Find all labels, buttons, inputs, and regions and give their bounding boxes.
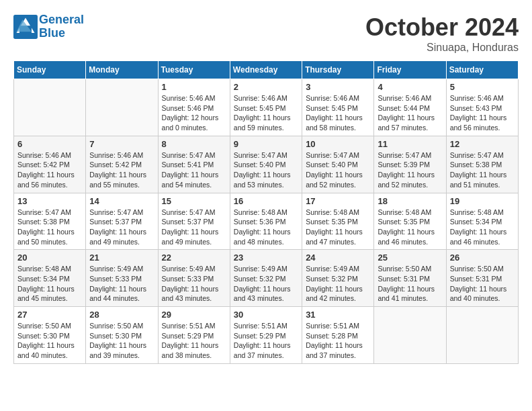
day-number: 30 xyxy=(234,310,298,320)
day-number: 16 xyxy=(234,196,298,206)
day-number: 24 xyxy=(306,253,370,263)
calendar-cell: 23Sunrise: 5:49 AM Sunset: 5:32 PM Dayli… xyxy=(230,250,302,307)
calendar-header-sunday: Sunday xyxy=(14,61,86,79)
calendar-cell: 16Sunrise: 5:48 AM Sunset: 5:36 PM Dayli… xyxy=(230,193,302,250)
day-info: Sunrise: 5:46 AM Sunset: 5:43 PM Dayligh… xyxy=(450,93,515,133)
calendar-cell: 9Sunrise: 5:47 AM Sunset: 5:40 PM Daylig… xyxy=(230,136,302,193)
calendar-cell: 12Sunrise: 5:47 AM Sunset: 5:38 PM Dayli… xyxy=(446,136,518,193)
calendar-cell: 25Sunrise: 5:50 AM Sunset: 5:31 PM Dayli… xyxy=(374,250,446,307)
day-info: Sunrise: 5:49 AM Sunset: 5:32 PM Dayligh… xyxy=(234,264,298,304)
calendar-cell: 18Sunrise: 5:48 AM Sunset: 5:35 PM Dayli… xyxy=(374,193,446,250)
location-title: Sinuapa, Honduras xyxy=(365,42,519,54)
day-info: Sunrise: 5:48 AM Sunset: 5:35 PM Dayligh… xyxy=(378,208,442,247)
calendar-cell: 17Sunrise: 5:48 AM Sunset: 5:35 PM Dayli… xyxy=(302,193,374,250)
day-info: Sunrise: 5:47 AM Sunset: 5:38 PM Dayligh… xyxy=(17,208,82,247)
day-number: 14 xyxy=(89,196,154,206)
day-number: 23 xyxy=(234,253,298,263)
day-number: 7 xyxy=(89,139,154,149)
calendar-cell: 26Sunrise: 5:50 AM Sunset: 5:31 PM Dayli… xyxy=(446,250,518,307)
calendar-week-row: 27Sunrise: 5:50 AM Sunset: 5:30 PM Dayli… xyxy=(14,307,519,364)
day-info: Sunrise: 5:51 AM Sunset: 5:29 PM Dayligh… xyxy=(162,321,226,361)
calendar-week-row: 20Sunrise: 5:48 AM Sunset: 5:34 PM Dayli… xyxy=(14,250,519,307)
day-info: Sunrise: 5:46 AM Sunset: 5:42 PM Dayligh… xyxy=(17,150,82,190)
day-number: 19 xyxy=(450,196,515,206)
calendar-cell: 20Sunrise: 5:48 AM Sunset: 5:34 PM Dayli… xyxy=(14,250,86,307)
calendar-cell: 31Sunrise: 5:51 AM Sunset: 5:28 PM Dayli… xyxy=(302,307,374,364)
calendar-cell: 10Sunrise: 5:47 AM Sunset: 5:40 PM Dayli… xyxy=(302,136,374,193)
calendar-cell: 8Sunrise: 5:47 AM Sunset: 5:41 PM Daylig… xyxy=(158,136,230,193)
day-info: Sunrise: 5:47 AM Sunset: 5:40 PM Dayligh… xyxy=(306,150,370,190)
day-number: 8 xyxy=(162,139,226,149)
day-info: Sunrise: 5:50 AM Sunset: 5:31 PM Dayligh… xyxy=(450,264,515,304)
calendar-cell xyxy=(86,79,158,136)
calendar-header-friday: Friday xyxy=(374,61,446,79)
day-info: Sunrise: 5:50 AM Sunset: 5:30 PM Dayligh… xyxy=(89,321,154,361)
day-number: 11 xyxy=(378,139,442,149)
calendar-header-row: SundayMondayTuesdayWednesdayThursdayFrid… xyxy=(14,61,519,79)
day-info: Sunrise: 5:49 AM Sunset: 5:32 PM Dayligh… xyxy=(306,264,370,304)
day-number: 27 xyxy=(17,310,82,320)
calendar-cell: 24Sunrise: 5:49 AM Sunset: 5:32 PM Dayli… xyxy=(302,250,374,307)
calendar-cell: 30Sunrise: 5:51 AM Sunset: 5:29 PM Dayli… xyxy=(230,307,302,364)
calendar-cell xyxy=(374,307,446,364)
day-info: Sunrise: 5:49 AM Sunset: 5:33 PM Dayligh… xyxy=(162,264,226,304)
day-info: Sunrise: 5:47 AM Sunset: 5:39 PM Dayligh… xyxy=(378,150,442,190)
day-info: Sunrise: 5:47 AM Sunset: 5:40 PM Dayligh… xyxy=(234,150,298,190)
calendar-week-row: 13Sunrise: 5:47 AM Sunset: 5:38 PM Dayli… xyxy=(14,193,519,250)
calendar-cell: 14Sunrise: 5:47 AM Sunset: 5:37 PM Dayli… xyxy=(86,193,158,250)
day-number: 4 xyxy=(378,82,442,92)
day-info: Sunrise: 5:50 AM Sunset: 5:30 PM Dayligh… xyxy=(17,321,82,361)
logo-text-line2: Blue xyxy=(39,27,84,40)
calendar-cell: 21Sunrise: 5:49 AM Sunset: 5:33 PM Dayli… xyxy=(86,250,158,307)
calendar-cell xyxy=(446,307,518,364)
day-info: Sunrise: 5:48 AM Sunset: 5:36 PM Dayligh… xyxy=(234,208,298,247)
day-info: Sunrise: 5:46 AM Sunset: 5:42 PM Dayligh… xyxy=(89,150,154,190)
calendar-cell: 5Sunrise: 5:46 AM Sunset: 5:43 PM Daylig… xyxy=(446,79,518,136)
day-info: Sunrise: 5:48 AM Sunset: 5:34 PM Dayligh… xyxy=(17,264,82,304)
calendar-cell: 11Sunrise: 5:47 AM Sunset: 5:39 PM Dayli… xyxy=(374,136,446,193)
day-info: Sunrise: 5:51 AM Sunset: 5:29 PM Dayligh… xyxy=(234,321,298,361)
day-number: 13 xyxy=(17,196,82,206)
logo-text-line1: General xyxy=(39,13,84,27)
day-number: 26 xyxy=(450,253,515,263)
calendar-cell: 7Sunrise: 5:46 AM Sunset: 5:42 PM Daylig… xyxy=(86,136,158,193)
calendar-header-tuesday: Tuesday xyxy=(158,61,230,79)
day-number: 2 xyxy=(234,82,298,92)
logo: General Blue xyxy=(13,13,84,40)
day-info: Sunrise: 5:47 AM Sunset: 5:38 PM Dayligh… xyxy=(450,150,515,190)
day-number: 25 xyxy=(378,253,442,263)
page-header: General Blue October 2024 Sinuapa, Hondu… xyxy=(13,13,519,54)
day-info: Sunrise: 5:48 AM Sunset: 5:34 PM Dayligh… xyxy=(450,208,515,247)
day-number: 22 xyxy=(162,253,226,263)
day-number: 20 xyxy=(17,253,82,263)
calendar-cell: 6Sunrise: 5:46 AM Sunset: 5:42 PM Daylig… xyxy=(14,136,86,193)
day-info: Sunrise: 5:46 AM Sunset: 5:45 PM Dayligh… xyxy=(234,93,298,133)
calendar-cell: 3Sunrise: 5:46 AM Sunset: 5:45 PM Daylig… xyxy=(302,79,374,136)
calendar-table: SundayMondayTuesdayWednesdayThursdayFrid… xyxy=(13,60,519,364)
day-info: Sunrise: 5:47 AM Sunset: 5:41 PM Dayligh… xyxy=(162,150,226,190)
calendar-cell: 15Sunrise: 5:47 AM Sunset: 5:37 PM Dayli… xyxy=(158,193,230,250)
logo-icon xyxy=(13,15,38,39)
day-number: 6 xyxy=(17,139,82,149)
calendar-week-row: 1Sunrise: 5:46 AM Sunset: 5:46 PM Daylig… xyxy=(14,79,519,136)
calendar-week-row: 6Sunrise: 5:46 AM Sunset: 5:42 PM Daylig… xyxy=(14,136,519,193)
day-info: Sunrise: 5:49 AM Sunset: 5:33 PM Dayligh… xyxy=(89,264,154,304)
calendar-cell: 1Sunrise: 5:46 AM Sunset: 5:46 PM Daylig… xyxy=(158,79,230,136)
calendar-cell: 29Sunrise: 5:51 AM Sunset: 5:29 PM Dayli… xyxy=(158,307,230,364)
title-block: October 2024 Sinuapa, Honduras xyxy=(365,13,519,54)
day-info: Sunrise: 5:47 AM Sunset: 5:37 PM Dayligh… xyxy=(89,208,154,247)
month-title: October 2024 xyxy=(365,13,519,42)
calendar-cell: 28Sunrise: 5:50 AM Sunset: 5:30 PM Dayli… xyxy=(86,307,158,364)
day-info: Sunrise: 5:51 AM Sunset: 5:28 PM Dayligh… xyxy=(306,321,370,361)
calendar-header-thursday: Thursday xyxy=(302,61,374,79)
calendar-cell: 13Sunrise: 5:47 AM Sunset: 5:38 PM Dayli… xyxy=(14,193,86,250)
day-number: 10 xyxy=(306,139,370,149)
calendar-cell xyxy=(14,79,86,136)
day-number: 29 xyxy=(162,310,226,320)
day-number: 28 xyxy=(89,310,154,320)
calendar-header-monday: Monday xyxy=(86,61,158,79)
day-number: 5 xyxy=(450,82,515,92)
day-info: Sunrise: 5:50 AM Sunset: 5:31 PM Dayligh… xyxy=(378,264,442,304)
day-info: Sunrise: 5:48 AM Sunset: 5:35 PM Dayligh… xyxy=(306,208,370,247)
calendar-header-wednesday: Wednesday xyxy=(230,61,302,79)
